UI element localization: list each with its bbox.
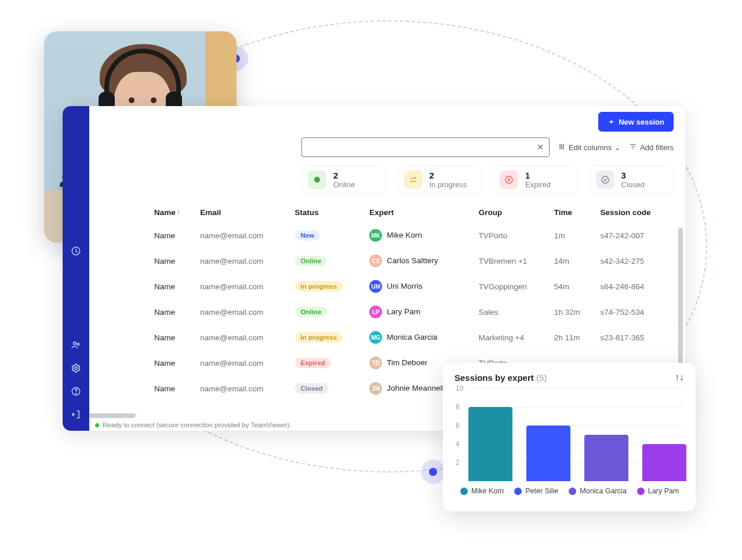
topbar: ＋ New session <box>89 106 685 137</box>
sort-toggle-icon[interactable]: ↑↓ <box>675 372 684 383</box>
stat-label: Online <box>333 180 355 189</box>
stat-card[interactable]: 3Closed <box>590 165 674 194</box>
cell-code: s64-246-864 <box>595 274 674 299</box>
stat-card[interactable]: 1Expired <box>493 165 578 194</box>
chart-bar <box>468 407 512 481</box>
cell-time: 14m <box>550 248 596 274</box>
status-badge: Closed <box>295 383 329 394</box>
cell-expert: Monica Garcia <box>387 333 437 341</box>
cell-name: Name <box>154 359 175 368</box>
search-input[interactable]: ✕ <box>301 137 550 157</box>
y-tick-label: 2 <box>456 459 460 467</box>
col-group[interactable]: Group <box>474 202 550 223</box>
col-email[interactable]: Email <box>195 202 290 223</box>
stat-count: 2 <box>430 170 467 180</box>
stat-icon <box>596 170 614 189</box>
cell-name: Name <box>154 231 175 240</box>
stat-label: Expired <box>525 180 551 189</box>
col-expert[interactable]: Expert <box>365 202 474 223</box>
col-time[interactable]: Time <box>550 202 596 223</box>
cell-email: name@email.com <box>195 376 290 401</box>
grid-line <box>468 388 684 389</box>
col-status[interactable]: Status <box>290 202 365 223</box>
status-badge: Online <box>295 307 328 317</box>
edit-columns-label: Edit columns <box>569 143 612 152</box>
chart-count: (5) <box>536 373 547 383</box>
legend-label: Lary Pam <box>648 487 679 495</box>
table-row[interactable]: Namename@email.comIn progressMGMonica Ga… <box>150 325 674 350</box>
sidebar-sessions-icon[interactable] <box>63 239 89 263</box>
y-tick-label: 10 <box>456 384 463 392</box>
stat-icon <box>500 170 518 189</box>
cell-expert: Lary Pam <box>387 307 420 316</box>
chart-bar <box>584 435 628 481</box>
filter-icon <box>629 143 637 152</box>
chart-bar <box>642 444 686 481</box>
cell-email: name@email.com <box>195 223 290 248</box>
col-name[interactable]: Name↑ <box>150 202 195 223</box>
table-row[interactable]: Namename@email.comOnlineCSCarlos Saltter… <box>150 248 674 274</box>
table-row[interactable]: Namename@email.comNewMKMike KornTVPorto1… <box>150 223 674 248</box>
cell-time: 2h 11m <box>550 325 596 350</box>
stat-count: 3 <box>621 170 645 180</box>
cell-group: TVBremen +1 <box>474 248 550 274</box>
legend-label: Monica Garcia <box>580 487 627 495</box>
new-session-label: New session <box>619 118 664 126</box>
svg-point-7 <box>602 176 609 183</box>
status-text: Ready to connect (secure connection prov… <box>103 421 292 428</box>
col-session-code[interactable]: Session code <box>595 202 674 223</box>
cell-time: 54m <box>550 274 596 299</box>
legend-swatch <box>637 488 645 495</box>
avatar: MK <box>369 229 382 242</box>
legend-swatch <box>569 488 576 495</box>
cell-email: name@email.com <box>195 274 290 299</box>
chart-bar <box>526 426 570 481</box>
cell-expert: Carlos Salttery <box>387 256 438 265</box>
cell-name: Name <box>154 333 175 342</box>
legend-swatch <box>514 488 522 495</box>
avatar: UM <box>369 280 382 293</box>
avatar: LP <box>369 306 382 318</box>
cell-expert: Tim Deboer <box>387 358 427 367</box>
avatar: CS <box>369 254 382 267</box>
cell-expert: Uni Morris <box>387 282 423 290</box>
cell-name: Name <box>154 257 175 266</box>
table-row[interactable]: Namename@email.comIn progressUMUni Morri… <box>150 274 674 299</box>
edit-columns-button[interactable]: Edit columns ⌄ <box>558 143 621 152</box>
avatar: MG <box>369 331 382 344</box>
help-icon[interactable] <box>63 380 89 403</box>
cell-name: Name <box>154 384 175 393</box>
legend-label: Peter Silie <box>525 487 558 495</box>
clear-search-icon[interactable]: ✕ <box>537 142 544 152</box>
status-badge: Online <box>295 256 328 266</box>
sidebar <box>63 106 89 431</box>
y-tick-label: 8 <box>456 403 460 411</box>
gear-icon[interactable] <box>63 357 89 380</box>
users-icon[interactable] <box>63 333 89 357</box>
stat-count: 1 <box>525 170 551 180</box>
decorative-dot <box>421 460 445 484</box>
stat-card[interactable]: 2In progress <box>398 165 482 194</box>
cell-expert: Johnie Meannell <box>387 384 443 392</box>
cell-code: s42-342-275 <box>595 248 674 274</box>
cell-time: 1h 32m <box>550 299 596 325</box>
logout-icon[interactable] <box>63 403 89 426</box>
cell-code: s23-817-365 <box>595 325 674 350</box>
cell-email: name@email.com <box>195 325 290 350</box>
new-session-button[interactable]: ＋ New session <box>598 112 674 132</box>
sessions-by-expert-chart: Sessions by expert (5) ↑↓ 246810 Mike Ko… <box>443 363 696 511</box>
stat-card[interactable]: 2Online <box>301 165 386 194</box>
cell-group: Sales <box>474 299 550 325</box>
add-filters-button[interactable]: Add filters <box>629 143 674 152</box>
cell-email: name@email.com <box>195 248 290 274</box>
legend-item: Lary Pam <box>637 487 679 495</box>
table-row[interactable]: Namename@email.comOnlineLPLary PamSales1… <box>150 299 674 325</box>
legend-item: Mike Korn <box>460 487 504 495</box>
status-badge: New <box>295 230 321 241</box>
stat-icon <box>404 170 423 189</box>
cell-email: name@email.com <box>195 350 290 376</box>
sort-asc-icon: ↑ <box>177 209 180 217</box>
stat-icon <box>308 170 326 189</box>
svg-point-5 <box>75 393 76 394</box>
horizontal-scrollbar[interactable] <box>89 413 136 418</box>
